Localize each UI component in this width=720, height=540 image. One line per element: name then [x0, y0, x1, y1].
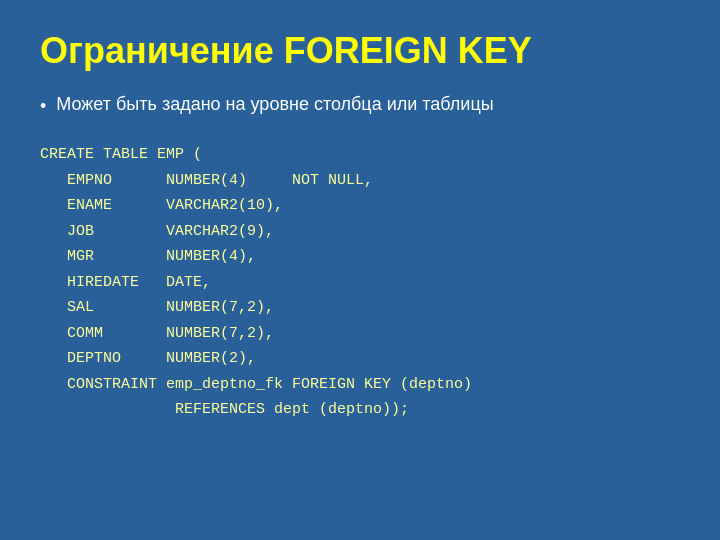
code-line-6: HIREDATE DATE,: [40, 270, 680, 296]
bullet-dot: •: [40, 94, 46, 119]
code-block: CREATE TABLE EMP ( EMPNO NUMBER(4) NOT N…: [40, 142, 680, 423]
code-line-9: DEPTNO NUMBER(2),: [40, 346, 680, 372]
code-line-3: ENAME VARCHAR2(10),: [40, 193, 680, 219]
slide-title: Ограничение FOREIGN KEY: [40, 30, 680, 72]
slide: Ограничение FOREIGN KEY • Может быть зад…: [0, 0, 720, 540]
code-line-2: EMPNO NUMBER(4) NOT NULL,: [40, 168, 680, 194]
bullet-section: • Может быть задано на уровне столбца ил…: [40, 92, 680, 119]
bullet-text: Может быть задано на уровне столбца или …: [56, 92, 493, 117]
code-line-1: CREATE TABLE EMP (: [40, 142, 680, 168]
code-line-7: SAL NUMBER(7,2),: [40, 295, 680, 321]
code-line-5: MGR NUMBER(4),: [40, 244, 680, 270]
code-line-10: CONSTRAINT emp_deptno_fk FOREIGN KEY (de…: [40, 372, 680, 398]
bullet-item: • Может быть задано на уровне столбца ил…: [40, 92, 680, 119]
code-line-8: COMM NUMBER(7,2),: [40, 321, 680, 347]
code-line-11: REFERENCES dept (deptno));: [40, 397, 680, 423]
code-line-4: JOB VARCHAR2(9),: [40, 219, 680, 245]
